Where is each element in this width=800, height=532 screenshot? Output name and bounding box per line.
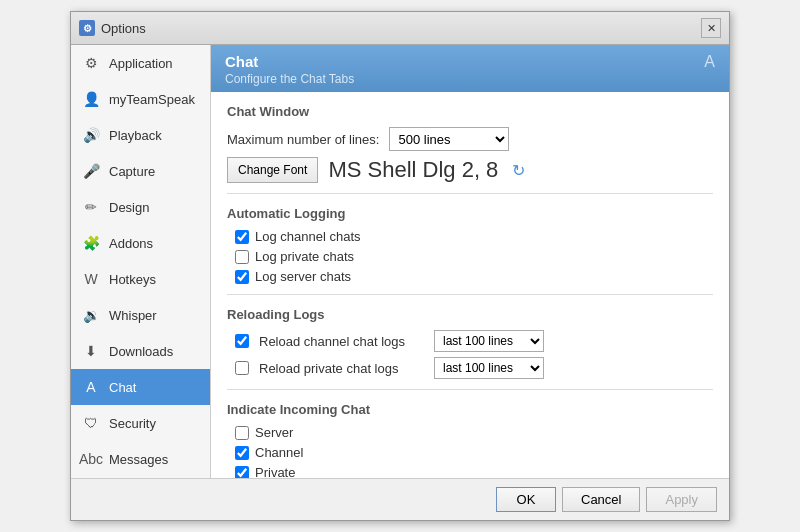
auto-logging-group-label: Automatic Logging (227, 206, 713, 221)
change-font-button[interactable]: Change Font (227, 157, 318, 183)
sidebar-item-whisper[interactable]: 🔉Whisper (71, 297, 210, 333)
section-header: Chat Configure the Chat Tabs A (211, 45, 729, 92)
sidebar-label-messages: Messages (109, 452, 168, 467)
addons-icon: 🧩 (81, 233, 101, 253)
sidebar-item-capture[interactable]: 🎤Capture (71, 153, 210, 189)
log-server-label[interactable]: Log server chats (255, 269, 351, 284)
log-private-label[interactable]: Log private chats (255, 249, 354, 264)
log-private-row: Log private chats (227, 249, 713, 264)
sidebar-label-application: Application (109, 56, 173, 71)
downloads-icon: ⬇ (81, 341, 101, 361)
reload-private-checkbox[interactable] (235, 361, 249, 375)
max-lines-select[interactable]: 100 lines 200 lines 500 lines 1000 lines… (389, 127, 509, 151)
sidebar-item-hotkeys[interactable]: WHotkeys (71, 261, 210, 297)
reload-private-select[interactable]: last 50 lines last 100 lines last 200 li… (434, 357, 544, 379)
messages-icon: Abc (81, 449, 101, 469)
security-icon: 🛡 (81, 413, 101, 433)
section-title: Chat (225, 53, 354, 70)
options-dialog: ⚙ Options ✕ ⚙Application👤myTeamSpeak🔊Pla… (70, 11, 730, 521)
title-bar-left: ⚙ Options (79, 20, 146, 36)
playback-icon: 🔊 (81, 125, 101, 145)
reload-private-row: Reload private chat logs last 50 lines l… (227, 357, 713, 379)
reload-private-label[interactable]: Reload private chat logs (259, 361, 424, 376)
sidebar: ⚙Application👤myTeamSpeak🔊Playback🎤Captur… (71, 45, 211, 478)
sidebar-label-addons: Addons (109, 236, 153, 251)
sidebar-item-myteamspeak[interactable]: 👤myTeamSpeak (71, 81, 210, 117)
title-bar: ⚙ Options ✕ (71, 12, 729, 45)
sidebar-label-chat: Chat (109, 380, 136, 395)
font-display: MS Shell Dlg 2, 8 (328, 157, 498, 183)
chat-icon: A (81, 377, 101, 397)
hotkeys-icon: W (81, 269, 101, 289)
indicate-private-label[interactable]: Private (255, 465, 295, 478)
section-header-icon: A (704, 53, 715, 71)
capture-icon: 🎤 (81, 161, 101, 181)
reload-channel-checkbox[interactable] (235, 334, 249, 348)
dialog-footer: OK Cancel Apply (71, 478, 729, 520)
sidebar-label-capture: Capture (109, 164, 155, 179)
sidebar-item-chat[interactable]: AChat (71, 369, 210, 405)
section-header-text: Chat Configure the Chat Tabs (225, 53, 354, 86)
divider-3 (227, 389, 713, 390)
ok-button[interactable]: OK (496, 487, 556, 512)
sidebar-label-security: Security (109, 416, 156, 431)
sidebar-item-application[interactable]: ⚙Application (71, 45, 210, 81)
whisper-icon: 🔉 (81, 305, 101, 325)
divider-2 (227, 294, 713, 295)
window-title: Options (101, 21, 146, 36)
main-content: Chat Configure the Chat Tabs A Chat Wind… (211, 45, 729, 478)
indicate-server-row: Server (227, 425, 713, 440)
content-area: Chat Window Maximum number of lines: 100… (211, 92, 729, 478)
log-server-checkbox[interactable] (235, 270, 249, 284)
indicate-channel-label[interactable]: Channel (255, 445, 303, 460)
max-lines-label: Maximum number of lines: (227, 132, 379, 147)
indicate-server-checkbox[interactable] (235, 426, 249, 440)
sidebar-item-design[interactable]: ✏Design (71, 189, 210, 225)
sidebar-item-addons[interactable]: 🧩Addons (71, 225, 210, 261)
apply-button[interactable]: Apply (646, 487, 717, 512)
sidebar-item-downloads[interactable]: ⬇Downloads (71, 333, 210, 369)
close-button[interactable]: ✕ (701, 18, 721, 38)
sidebar-item-security[interactable]: 🛡Security (71, 405, 210, 441)
sidebar-label-whisper: Whisper (109, 308, 157, 323)
reload-channel-row: Reload channel chat logs last 50 lines l… (227, 330, 713, 352)
sidebar-label-design: Design (109, 200, 149, 215)
sidebar-label-playback: Playback (109, 128, 162, 143)
reloading-logs-group-label: Reloading Logs (227, 307, 713, 322)
indicate-incoming-group-label: Indicate Incoming Chat (227, 402, 713, 417)
indicate-channel-checkbox[interactable] (235, 446, 249, 460)
log-private-checkbox[interactable] (235, 250, 249, 264)
log-channel-label[interactable]: Log channel chats (255, 229, 361, 244)
divider-1 (227, 193, 713, 194)
app-icon: ⚙ (79, 20, 95, 36)
log-server-row: Log server chats (227, 269, 713, 284)
sidebar-item-messages[interactable]: AbcMessages (71, 441, 210, 477)
sidebar-label-downloads: Downloads (109, 344, 173, 359)
refresh-font-button[interactable]: ↻ (508, 161, 529, 180)
cancel-button[interactable]: Cancel (562, 487, 640, 512)
chat-window-group-label: Chat Window (227, 104, 713, 119)
sidebar-label-hotkeys: Hotkeys (109, 272, 156, 287)
section-subtitle: Configure the Chat Tabs (225, 72, 354, 86)
reload-channel-select[interactable]: last 50 lines last 100 lines last 200 li… (434, 330, 544, 352)
dialog-body: ⚙Application👤myTeamSpeak🔊Playback🎤Captur… (71, 45, 729, 478)
myteamspeak-icon: 👤 (81, 89, 101, 109)
max-lines-row: Maximum number of lines: 100 lines 200 l… (227, 127, 713, 151)
reload-channel-label[interactable]: Reload channel chat logs (259, 334, 424, 349)
log-channel-checkbox[interactable] (235, 230, 249, 244)
application-icon: ⚙ (81, 53, 101, 73)
indicate-server-label[interactable]: Server (255, 425, 293, 440)
font-row: Change Font MS Shell Dlg 2, 8 ↻ (227, 157, 713, 183)
indicate-private-row: Private (227, 465, 713, 478)
sidebar-label-myteamspeak: myTeamSpeak (109, 92, 195, 107)
log-channel-row: Log channel chats (227, 229, 713, 244)
design-icon: ✏ (81, 197, 101, 217)
indicate-channel-row: Channel (227, 445, 713, 460)
indicate-private-checkbox[interactable] (235, 466, 249, 479)
sidebar-item-playback[interactable]: 🔊Playback (71, 117, 210, 153)
